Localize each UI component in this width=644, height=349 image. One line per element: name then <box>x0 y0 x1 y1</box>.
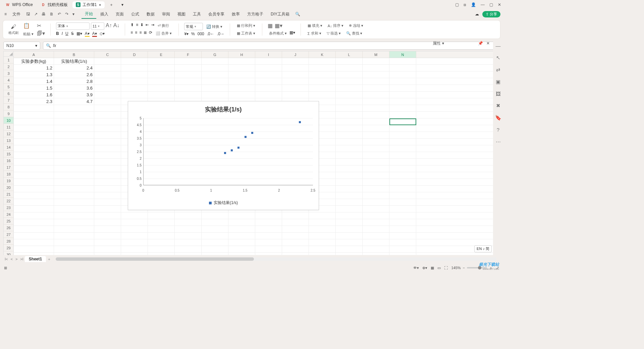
cell-J29[interactable] <box>282 246 309 252</box>
cell-L10[interactable] <box>336 118 363 125</box>
select-all-corner[interactable] <box>4 51 14 57</box>
cell-M3[interactable] <box>363 71 389 78</box>
view-fullscreen-icon[interactable]: ⛶ <box>444 266 448 270</box>
layout-pane-icon[interactable]: ▣ <box>496 79 500 85</box>
cell-I6[interactable] <box>255 92 282 98</box>
cell-D27[interactable] <box>121 233 148 239</box>
cell-C20[interactable] <box>94 186 121 192</box>
cell-F4[interactable] <box>175 78 202 85</box>
cell-N7[interactable] <box>389 98 416 105</box>
cell-C7[interactable] <box>94 98 121 105</box>
cell-K2[interactable] <box>309 65 336 71</box>
sheet-tab-sheet1[interactable]: Sheet1 <box>25 256 46 262</box>
percent-icon[interactable]: % <box>191 32 195 36</box>
cell-L17[interactable] <box>336 165 363 172</box>
cut-icon[interactable]: ✂ <box>37 22 45 29</box>
cell-K28[interactable] <box>309 239 336 246</box>
cell-H29[interactable] <box>228 246 255 252</box>
paste-button[interactable]: 📋 <box>22 22 35 30</box>
cell-N10[interactable] <box>389 118 416 125</box>
cell-N21[interactable] <box>389 192 416 199</box>
cell-C12[interactable] <box>94 132 121 138</box>
style-pane-icon[interactable]: ⇄ <box>496 67 500 73</box>
col-header-M[interactable]: M <box>363 51 389 58</box>
cell-C5[interactable] <box>94 85 121 91</box>
row-header-11[interactable]: 11 <box>4 124 13 131</box>
cell-A18[interactable] <box>14 172 54 179</box>
cloud-icon[interactable]: ☁ <box>475 12 479 16</box>
cell-A20[interactable] <box>14 186 54 192</box>
cell-C29[interactable] <box>94 246 121 252</box>
gallery-icon[interactable]: 🖼 <box>496 91 501 97</box>
add-sheet-button[interactable]: ＋ <box>46 257 52 262</box>
cell-L11[interactable] <box>336 125 363 132</box>
cell-H26[interactable] <box>228 226 255 232</box>
cell-L9[interactable] <box>336 112 363 118</box>
cell-J1[interactable] <box>282 58 309 64</box>
cell-N29[interactable] <box>389 246 416 252</box>
file-menu[interactable]: 文件 <box>9 10 24 18</box>
close-button[interactable]: ✕ <box>498 2 501 7</box>
cell-G4[interactable] <box>202 78 228 85</box>
cell-N9[interactable] <box>389 112 416 118</box>
cell-M26[interactable] <box>363 226 389 232</box>
cell-A14[interactable] <box>14 145 54 152</box>
sheet-nav-last[interactable]: >I <box>19 257 24 261</box>
increase-font-icon[interactable]: A↑ <box>106 22 112 30</box>
cell-M24[interactable] <box>363 212 389 219</box>
cell-E26[interactable] <box>148 226 175 232</box>
col-header-G[interactable]: G <box>202 51 228 58</box>
share-button[interactable]: ⇪ 分享 <box>482 11 500 17</box>
copy-icon[interactable]: 🗐▾ <box>37 30 45 37</box>
row-header-4[interactable]: 4 <box>4 77 13 84</box>
cell-H24[interactable] <box>228 212 255 219</box>
row-header-25[interactable]: 25 <box>4 218 13 225</box>
dec-inc-icon[interactable]: .0← <box>207 32 214 36</box>
cell-L15[interactable] <box>336 152 363 158</box>
sum-button[interactable]: Σ 求和▾ <box>306 30 323 37</box>
cell-D4[interactable] <box>121 78 148 85</box>
cell-L5[interactable] <box>336 85 363 91</box>
cell-N24[interactable] <box>389 212 416 219</box>
cell-I24[interactable] <box>255 212 282 219</box>
cell-A2[interactable]: 1.2 <box>14 65 54 71</box>
cell-B19[interactable] <box>54 179 94 185</box>
ime-indicator[interactable]: EN ♪ 简 <box>474 245 492 252</box>
find-button[interactable]: 🔍 查找▾ <box>345 30 364 37</box>
cell-A3[interactable]: 1.3 <box>14 71 54 78</box>
cell-C19[interactable] <box>94 179 121 185</box>
row-header-26[interactable]: 26 <box>4 225 13 231</box>
select-tool-icon[interactable]: ↖ <box>496 55 500 61</box>
cell-L16[interactable] <box>336 159 363 165</box>
align-top-icon[interactable]: ⬆ <box>130 22 134 29</box>
cell-D26[interactable] <box>121 226 148 232</box>
increase-indent-icon[interactable]: ⇥ <box>151 22 154 29</box>
cell-A9[interactable] <box>14 112 54 118</box>
cell-C28[interactable] <box>94 239 121 246</box>
cell-M4[interactable] <box>363 78 389 85</box>
fx-icon[interactable]: fx <box>53 43 56 48</box>
cell-N15[interactable] <box>389 152 416 158</box>
cell-N25[interactable] <box>389 219 416 226</box>
dec-dec-icon[interactable]: .0→ <box>217 32 224 36</box>
cell-A5[interactable]: 1.5 <box>14 85 54 91</box>
view-normal-icon[interactable]: ▦ <box>431 266 434 270</box>
cell-E4[interactable] <box>148 78 175 85</box>
cell-B26[interactable] <box>54 226 94 232</box>
cell-M27[interactable] <box>363 233 389 239</box>
cell-I29[interactable] <box>255 246 282 252</box>
cell-M7[interactable] <box>363 98 389 105</box>
cell-N23[interactable] <box>389 206 416 212</box>
cell-H1[interactable] <box>228 58 255 64</box>
cell-C3[interactable] <box>94 71 121 78</box>
cell-C6[interactable] <box>94 92 121 98</box>
cell-B8[interactable] <box>54 105 94 111</box>
col-header-C[interactable]: C <box>94 51 121 58</box>
sheet-nav-first[interactable]: I< <box>3 257 9 261</box>
sheet-nav-next[interactable]: > <box>14 257 19 261</box>
col-header-L[interactable]: L <box>336 51 363 58</box>
row-header-29[interactable]: 29 <box>4 245 13 251</box>
fill-button[interactable]: ▦ 填充▾ <box>306 22 324 29</box>
wrap-button[interactable]: ⏎ 换行 <box>156 22 170 29</box>
cell-B11[interactable] <box>54 125 94 132</box>
